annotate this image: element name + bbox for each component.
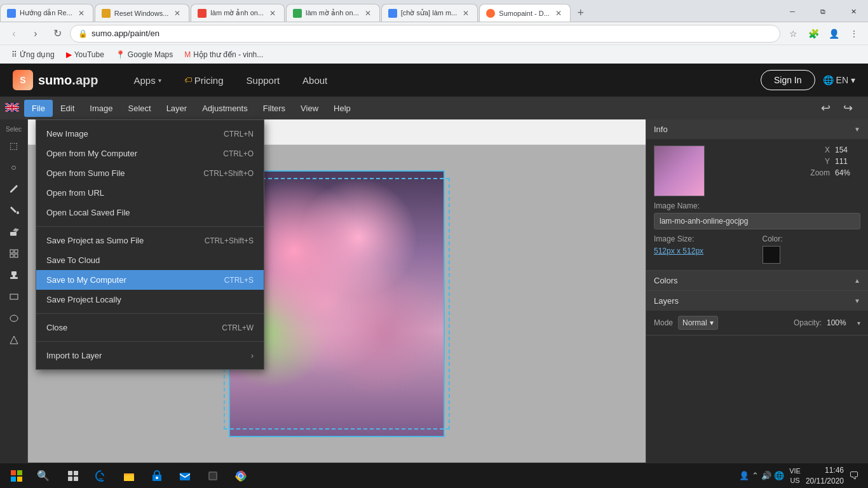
menu-view[interactable]: View <box>293 100 326 117</box>
lasso-tool[interactable]: ○ <box>3 157 25 177</box>
close-button[interactable]: ✕ <box>839 1 868 22</box>
menu-open-computer[interactable]: Open from My Computer CTRL+O <box>36 144 264 163</box>
menu-save-locally[interactable]: Save Project Locally <box>36 290 264 309</box>
menu-select[interactable]: Select <box>121 100 159 117</box>
fill-tool[interactable] <box>3 200 25 220</box>
mode-value: Normal <box>682 318 707 327</box>
tab-3-close[interactable]: ✕ <box>268 8 278 18</box>
extensions-button[interactable]: 🧩 <box>804 25 822 43</box>
bookmark-gmail[interactable]: M Hộp thư đến - vinh... <box>179 48 268 61</box>
colors-chevron-icon: ▲ <box>854 277 860 284</box>
svg-rect-13 <box>11 470 16 475</box>
pencil-tool[interactable] <box>3 179 25 199</box>
svg-rect-3 <box>10 250 13 253</box>
nav-about[interactable]: About <box>292 70 337 91</box>
undo-button[interactable]: ↩ <box>816 98 836 118</box>
tab-1-close[interactable]: ✕ <box>76 8 86 18</box>
restore-button[interactable]: ⧉ <box>808 1 837 22</box>
tab-5-close[interactable]: ✕ <box>461 8 471 18</box>
address-input[interactable]: 🔒 sumo.app/paint/en <box>70 25 780 43</box>
notification-icon[interactable]: 🗨 <box>849 470 859 482</box>
app-logo[interactable]: S sumo.app <box>13 70 98 90</box>
tab-6[interactable]: Sumopaint - D... ✕ <box>479 4 570 22</box>
profile-button[interactable]: 👤 <box>825 25 843 43</box>
back-button[interactable]: ‹ <box>5 25 23 43</box>
rect-tool[interactable] <box>3 287 25 307</box>
taskbar-chrome[interactable] <box>227 464 254 487</box>
polygon-tool[interactable] <box>3 330 25 350</box>
network-icon[interactable]: 🌐 <box>774 471 784 480</box>
sign-in-button[interactable]: Sign In <box>761 70 815 90</box>
tab-4-close[interactable]: ✕ <box>363 8 373 18</box>
menu-open-local[interactable]: Open Local Saved File <box>36 203 264 222</box>
maps-favicon: 📍 <box>116 50 125 59</box>
redo-button[interactable]: ↪ <box>838 98 858 118</box>
menu-adjustments[interactable]: Adjustments <box>194 100 255 117</box>
chevron-up-icon[interactable]: ⌃ <box>752 471 759 480</box>
start-button[interactable] <box>4 464 29 487</box>
menu-open-sumo[interactable]: Open from Sumo File CTRL+Shift+O <box>36 163 264 183</box>
bookmark-star[interactable]: ☆ <box>784 25 802 43</box>
tab-2-close[interactable]: ✕ <box>172 8 182 18</box>
menu-save-computer[interactable]: Save to My Computer CTRL+S <box>36 270 264 290</box>
forward-button[interactable]: › <box>27 25 44 43</box>
nav-pricing[interactable]: 🏷 Pricing <box>174 70 234 91</box>
tab-5[interactable]: [chờ sửa] làm m... ✕ <box>381 4 478 22</box>
minimize-button[interactable]: ─ <box>778 1 807 22</box>
mode-select[interactable]: Normal ▾ <box>678 316 718 330</box>
tab-2-title: Reset Windows... <box>114 10 169 17</box>
bookmark-apps[interactable]: ⠿ Ứng dụng <box>6 48 60 61</box>
stamp-tool[interactable] <box>3 265 25 285</box>
menu-save-cloud[interactable]: Save To Cloud <box>36 250 264 270</box>
speaker-icon[interactable]: 🔊 <box>761 471 771 480</box>
language-selector[interactable]: 🌐 EN ▾ <box>823 75 855 85</box>
colors-panel-header[interactable]: Colors ▲ <box>646 271 868 290</box>
grid-tool[interactable] <box>3 243 25 264</box>
taskbar-store[interactable] <box>144 464 170 487</box>
taskbar-unknown[interactable] <box>200 464 226 487</box>
menu-file[interactable]: File <box>24 100 53 117</box>
taskbar-task-view[interactable] <box>60 464 86 487</box>
menu-image[interactable]: Image <box>82 100 120 117</box>
taskbar-search-button[interactable]: 🔍 <box>32 464 55 487</box>
layers-panel-header[interactable]: Layers ▼ <box>646 291 868 311</box>
svg-rect-17 <box>68 471 72 475</box>
menu-open-url[interactable]: Open from URL <box>36 183 264 203</box>
menu-help[interactable]: Help <box>326 100 358 117</box>
tab-1[interactable]: Hướng dẫn Re... ✕ <box>0 4 93 22</box>
taskbar-explorer[interactable] <box>116 464 142 487</box>
nav-apps[interactable]: Apps ▾ <box>123 70 171 91</box>
color-preview-swatch[interactable] <box>763 246 780 264</box>
tab-2[interactable]: Reset Windows... ✕ <box>95 4 190 22</box>
sys-clock[interactable]: 11:46 20/11/2020 <box>806 465 844 487</box>
image-size-link[interactable]: 512px x 512px <box>654 247 703 255</box>
new-tab-button[interactable]: + <box>572 4 590 22</box>
menu-save-sumo[interactable]: Save Project as Sumo File CTRL+Shift+S <box>36 231 264 250</box>
ellipse-tool[interactable] <box>3 308 25 329</box>
taskbar-edge[interactable] <box>88 464 114 487</box>
menu-import-layer[interactable]: Import to Layer › <box>36 346 264 365</box>
tab-3[interactable]: làm mờ ảnh on... ✕ <box>191 4 285 22</box>
menu-filters[interactable]: Filters <box>255 100 293 117</box>
info-panel-header[interactable]: Info ▼ <box>646 119 868 139</box>
select-tool[interactable]: ⬚ <box>3 135 25 156</box>
menu-button[interactable]: ⋮ <box>845 25 863 43</box>
menu-close[interactable]: Close CTRL+W <box>36 318 264 337</box>
tab-6-close[interactable]: ✕ <box>553 8 564 18</box>
people-icon[interactable]: 👤 <box>739 471 749 480</box>
reload-button[interactable]: ↻ <box>48 25 66 43</box>
taskbar-mail[interactable] <box>172 464 198 487</box>
eraser-tool[interactable] <box>3 222 25 242</box>
tab-4[interactable]: làm mờ ảnh on... ✕ <box>286 4 380 22</box>
image-name-input[interactable] <box>654 213 860 229</box>
address-bar: ‹ › ↻ 🔒 sumo.app/paint/en ☆ 🧩 👤 ⋮ <box>0 22 868 44</box>
nav-links: Apps ▾ 🏷 Pricing Support About <box>123 70 760 91</box>
bookmark-youtube[interactable]: ▶ YouTube <box>61 48 109 61</box>
bookmark-maps[interactable]: 📍 Google Maps <box>111 48 178 61</box>
x-label: X <box>804 146 830 154</box>
nav-support[interactable]: Support <box>236 70 290 91</box>
menu-layer[interactable]: Layer <box>159 100 195 117</box>
menu-new-image[interactable]: New Image CTRL+N <box>36 124 264 144</box>
gmail-favicon: M <box>184 50 191 59</box>
menu-edit[interactable]: Edit <box>53 100 82 117</box>
